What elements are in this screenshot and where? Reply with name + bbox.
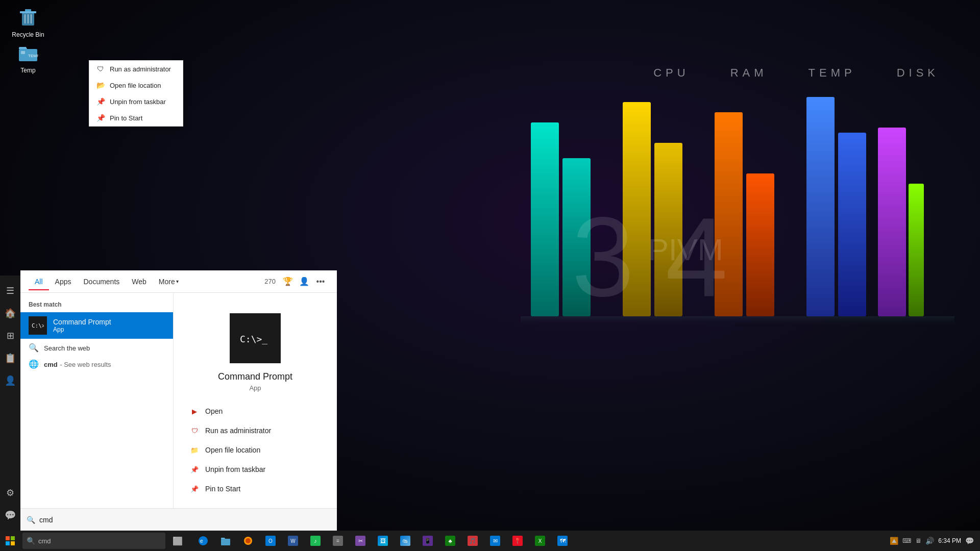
taskbar-snipping[interactable]: ✂ [349,531,372,551]
start-menu: All Apps Documents Web More ▾ 270 🏆 👤 ••… [20,270,337,531]
cmd-result-icon: C:\>_ [29,316,47,335]
taskbar: 🔍 cmd ⬜ e O W ♪ [0,531,980,551]
search-text[interactable]: cmd [39,516,53,524]
cmd-result-item[interactable]: C:\>_ Command Prompt App [20,312,173,339]
action-open-file-location[interactable]: 📁 Open file location [184,441,327,459]
pin-icon: 📌 [190,484,199,493]
taskbar-store[interactable]: 🛍 [394,531,416,551]
taskbar-edge[interactable]: e [192,531,214,551]
cmd-detail-title: Command Prompt [218,371,292,382]
svg-rect-27 [11,541,15,545]
taskbar-music2[interactable]: 🎵 [461,531,484,551]
recycle-bin-label: Recycle Bin [11,31,45,40]
cmd-result-title: Command Prompt [53,318,111,326]
sidebar-feedback[interactable]: 💬 [0,504,20,527]
svg-point-32 [246,538,251,543]
folder-icon: 📁 [190,445,199,455]
shield-icon: 🛡 [190,426,199,435]
action-pin-start[interactable]: 📌 Pin to Start [184,480,327,498]
best-match-label: Best match [20,299,173,312]
ctx-shield-icon: 🛡 [96,65,105,73]
taskbar-clock: 6:34 PM [938,537,961,544]
menu-searchbar: 🔍 cmd [20,508,337,531]
sidebar-user[interactable]: 👤 [0,369,20,392]
tab-web[interactable]: Web [126,273,153,290]
task-view-icon: ⬜ [173,536,183,546]
temp-label: Temp [19,66,36,76]
svg-text:C:\>_: C:\>_ [32,322,44,329]
taskbar-search[interactable]: 🔍 cmd [22,533,165,549]
svg-rect-24 [6,536,10,540]
more-options-icon[interactable]: ••• [312,273,329,290]
context-menu-small: 🛡 Run as administrator 📂 Open file locat… [89,60,183,127]
taskbar-outlook[interactable]: O [259,531,282,551]
taskbar-firefox[interactable] [237,531,259,551]
taskbar-maps[interactable]: 📍 [506,531,529,551]
sidebar-settings[interactable]: ⚙ [0,482,20,504]
taskbar-media[interactable]: ♪ [304,531,327,551]
tab-all[interactable]: All [29,273,49,290]
svg-rect-20 [21,51,25,54]
search-see-results: - See web results [60,361,111,368]
notification-icon[interactable]: 🔼 [890,537,898,545]
search-query: cmd [44,361,58,368]
ctx-run-admin[interactable]: 🛡 Run as administrator [89,61,183,77]
temp-icon[interactable]: TEMP Temp [8,40,48,76]
svg-rect-9 [909,184,924,316]
svg-rect-7 [838,133,866,316]
taskbar-solitaire[interactable]: ♣ [439,531,461,551]
sidebar-grid[interactable]: ⊞ [0,324,20,347]
search-web-section[interactable]: 🔍 Search the web [20,339,173,357]
taskbar-word[interactable]: W [282,531,304,551]
taskbar-maps2[interactable]: 🗺 [551,531,574,551]
bing-icon: 🌐 [29,359,39,369]
recycle-bin-svg [18,6,38,27]
tab-more[interactable]: More ▾ [153,273,185,290]
sidebar-hamburger[interactable]: ☰ [0,280,20,302]
action-unpin-taskbar[interactable]: 📌 Unpin from taskbar [184,460,327,479]
recycle-bin-icon[interactable]: Recycle Bin [8,4,48,40]
search-magnifier: 🔍 [27,537,35,545]
sidebar-home[interactable]: 🏠 [0,302,20,324]
task-view-button[interactable]: ⬜ [167,531,188,551]
taskbar-phone[interactable]: 📱 [416,531,439,551]
volume-icon[interactable]: 🔊 [925,537,934,545]
desktop: CPU RAM TEMP DISK [0,0,980,551]
action-run-admin[interactable]: 🛡 Run as administrator [184,421,327,440]
sidebar-docs[interactable]: 📋 [0,347,20,369]
taskbar-xbox[interactable]: X [529,531,551,551]
svg-text:e: e [200,538,203,544]
taskbar-mail[interactable]: ✉ [484,531,506,551]
ctx-pin-start[interactable]: 📌 Pin to Start [89,110,183,126]
menu-content: Best match C:\>_ Command Prompt App [20,293,337,508]
taskbar-search-text: cmd [38,537,51,545]
action-open[interactable]: ▶ Open [184,402,327,420]
keyboard-icon[interactable]: ⌨ [902,537,911,544]
taskbar-calc[interactable]: = [327,531,349,551]
achievement-icon[interactable]: 🏆 [280,273,296,290]
search-web-query-row[interactable]: 🌐 cmd - See web results [20,357,173,371]
notification-center-icon[interactable]: 💬 [965,537,974,545]
person-icon[interactable]: 👤 [296,273,312,290]
ctx-unpin-taskbar[interactable]: 📌 Unpin from taskbar [89,93,183,110]
cmd-icon-large: C:\>_ [230,313,281,363]
ctx-unpin-icon: 📌 [96,97,105,106]
svg-text:TEMP: TEMP [28,54,38,58]
search-web-label: Search the web [44,344,90,352]
cmd-result-subtitle: App [53,326,111,333]
ctx-open-location[interactable]: 📂 Open file location [89,77,183,93]
svg-rect-14 [20,11,36,13]
taskbar-app-icons: e O W ♪ = ✂ 🖼 [192,531,884,551]
start-button[interactable] [0,531,20,551]
tab-apps[interactable]: Apps [49,273,78,290]
svg-rect-0 [531,122,559,316]
display-icon[interactable]: 🖥 [915,537,921,544]
taskbar-photos[interactable]: 🖼 [372,531,394,551]
tab-documents[interactable]: Documents [77,273,126,290]
svg-rect-6 [806,97,835,316]
svg-rect-15 [25,9,31,11]
taskbar-explorer[interactable] [214,531,237,551]
unpin-icon: 📌 [190,465,199,474]
svg-text:PIVM: PIVM [648,233,723,267]
ctx-folder-icon: 📂 [96,81,105,89]
